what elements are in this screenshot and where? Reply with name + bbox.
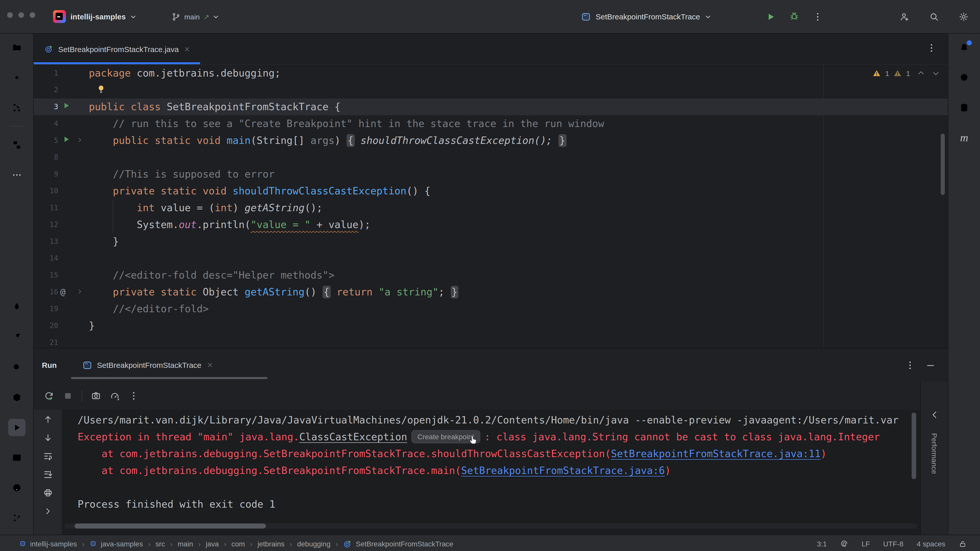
git-branch-button[interactable]	[8, 509, 25, 527]
code-line[interactable]: 10 private static void shouldThrowClassC…	[34, 183, 948, 200]
structure-button[interactable]	[8, 136, 25, 154]
more-v-button[interactable]	[129, 391, 139, 401]
settings-button[interactable]	[959, 11, 969, 22]
indent-style[interactable]: 4 spaces	[917, 540, 945, 548]
run-tab[interactable]: SetBreakpointFromStackTrace	[82, 348, 213, 382]
fold-chevron-icon[interactable]	[76, 288, 83, 295]
commit-button[interactable]	[8, 69, 25, 86]
branch-widget[interactable]: main ↗	[172, 0, 219, 33]
folder-button[interactable]	[8, 39, 25, 56]
exception-class-link[interactable]: ClassCastException	[299, 431, 407, 443]
services-button[interactable]	[8, 389, 25, 406]
breadcrumb-item[interactable]: java	[206, 540, 219, 548]
stop-button[interactable]	[63, 391, 73, 401]
maven-button[interactable]: m	[956, 129, 973, 146]
console-hscrollbar[interactable]	[64, 524, 917, 529]
window-controls[interactable]	[7, 12, 35, 18]
scroll-up-button[interactable]	[43, 414, 53, 424]
database-button[interactable]	[956, 99, 973, 116]
editor-scrollbar[interactable]	[941, 134, 945, 195]
line-number[interactable]: 13	[34, 233, 58, 250]
stack-trace-link[interactable]: SetBreakpointFromStackTrace.java:11	[611, 448, 821, 460]
soft-wrap-button[interactable]	[43, 451, 53, 461]
problems-button[interactable]	[8, 479, 25, 496]
annotation-gutter-icon[interactable]: @	[60, 284, 65, 300]
code-line[interactable]: 8	[34, 149, 948, 166]
scroll-down-button[interactable]	[43, 433, 53, 443]
run-tab-scrollbar[interactable]	[71, 377, 267, 379]
breadcrumb-item[interactable]: SetBreakpointFromStackTrace	[343, 539, 453, 548]
ai-assistant-button[interactable]	[956, 69, 973, 86]
run-configuration-selector[interactable]: SetBreakpointFromStackTrace	[581, 0, 711, 33]
more-actions-button[interactable]	[813, 11, 823, 22]
rerun-button[interactable]	[44, 391, 54, 401]
code-line[interactable]: 14	[34, 250, 948, 267]
line-number[interactable]: 15	[34, 267, 58, 284]
line-number[interactable]: 21	[34, 334, 58, 348]
code-line[interactable]: 21	[34, 334, 948, 348]
next-problem-icon[interactable]	[932, 69, 940, 77]
pull-request-button[interactable]	[8, 99, 25, 116]
breadcrumb-item[interactable]: debugging	[297, 540, 331, 548]
line-number[interactable]: 8	[34, 149, 58, 166]
build-button[interactable]	[8, 329, 25, 346]
line-number[interactable]: 5	[34, 132, 58, 149]
close-run-tab-icon[interactable]	[206, 361, 213, 369]
more-h-button[interactable]	[8, 166, 25, 184]
line-number[interactable]: 11	[34, 200, 58, 216]
ai-assistant-status-icon[interactable]	[840, 540, 848, 548]
code-line[interactable]: 5 public static void main(String[] args)…	[34, 132, 948, 149]
file-encoding[interactable]: UTF-8	[883, 540, 904, 548]
code-line[interactable]: 19 //</editor-fold>	[34, 300, 948, 318]
search-button[interactable]	[8, 359, 25, 376]
code-line[interactable]: 3public class SetBreakpointFromStackTrac…	[34, 98, 948, 115]
code-with-me-button[interactable]	[899, 11, 910, 22]
tab-options-icon[interactable]	[926, 43, 937, 53]
console-vscrollbar[interactable]	[912, 413, 916, 479]
line-number[interactable]: 1	[34, 65, 58, 82]
prev-problem-icon[interactable]	[917, 69, 925, 77]
line-number[interactable]: 12	[34, 216, 58, 233]
code-line[interactable]: 16@ private static Object getAString() {…	[34, 284, 948, 300]
run-panel-options-icon[interactable]	[905, 360, 915, 370]
code-line[interactable]: 1package com.jetbrains.debugging;	[34, 65, 948, 82]
run-line-icon[interactable]	[62, 135, 70, 143]
search-everywhere-button[interactable]	[929, 11, 939, 22]
terminal-button[interactable]	[8, 449, 25, 466]
chevron-right-button[interactable]	[43, 506, 53, 516]
code-line[interactable]: 11 int value = (int) getAString();	[34, 200, 948, 216]
scroll-end-button[interactable]	[43, 469, 53, 480]
console-output[interactable]: /Users/marit.van.dijk/Library/Java/JavaV…	[62, 410, 921, 535]
code-line[interactable]: 15 //<editor-fold desc="Helper methods">	[34, 267, 948, 284]
breadcrumb-item[interactable]: java-samples	[89, 540, 143, 548]
close-tab-icon[interactable]	[183, 45, 191, 53]
line-separator[interactable]: LF	[862, 540, 870, 548]
line-number[interactable]: 20	[34, 318, 58, 334]
snapshot-button[interactable]	[91, 391, 101, 401]
code-editor[interactable]: 1package com.jetbrains.debugging;23publi…	[34, 65, 948, 348]
profiler-button[interactable]	[110, 391, 120, 401]
breadcrumb-item[interactable]: main	[178, 540, 193, 548]
breadcrumb-item[interactable]: intellij-samples	[19, 540, 77, 548]
code-line[interactable]: 4 // run this to see a "Create Breakpoin…	[34, 115, 948, 132]
expand-icon[interactable]	[929, 410, 939, 420]
run-line-icon[interactable]	[62, 102, 70, 110]
fold-chevron-icon[interactable]	[76, 137, 83, 143]
hide-panel-icon[interactable]	[925, 360, 935, 370]
code-line[interactable]: 2	[34, 82, 948, 98]
file-writable-icon[interactable]	[959, 540, 967, 548]
line-number[interactable]: 10	[34, 183, 58, 200]
performance-tab[interactable]: Performance	[930, 433, 939, 474]
debug-button[interactable]	[8, 299, 25, 316]
printer-button[interactable]	[43, 488, 53, 498]
run-button[interactable]	[765, 11, 776, 22]
breadcrumb-item[interactable]: com	[231, 540, 245, 548]
editor-tab[interactable]: SetBreakpointFromStackTrace.java	[34, 34, 200, 64]
code-line[interactable]: 20}	[34, 318, 948, 334]
stack-trace-link[interactable]: SetBreakpointFromStackTrace.java:6	[461, 465, 665, 476]
line-number[interactable]: 14	[34, 250, 58, 267]
code-line[interactable]: 13 }	[34, 233, 948, 250]
line-number[interactable]: 3	[34, 98, 58, 115]
code-line[interactable]: 9 //This is supposed to error	[34, 166, 948, 183]
breadcrumb-item[interactable]: src	[156, 540, 165, 548]
